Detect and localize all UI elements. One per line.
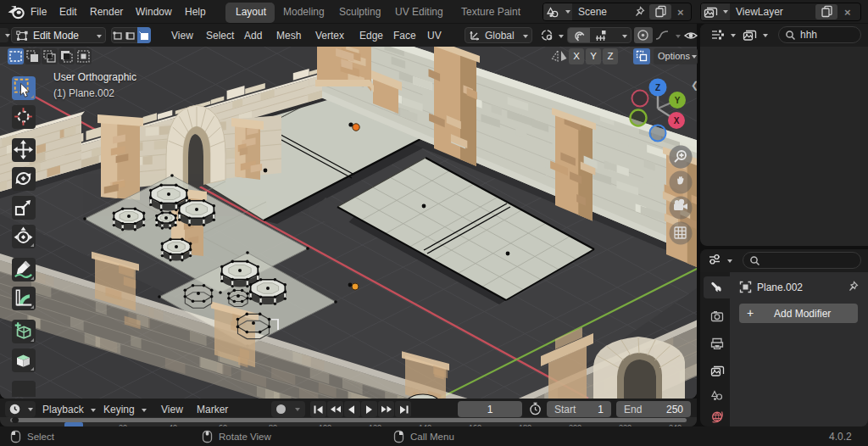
- svg-text:Z: Z: [655, 83, 660, 92]
- svg-text:❮: ❮: [691, 80, 697, 91]
- svg-text:X: X: [674, 116, 680, 125]
- svg-text:Y: Y: [675, 96, 681, 105]
